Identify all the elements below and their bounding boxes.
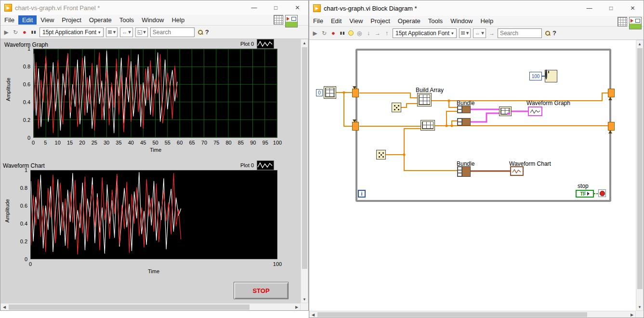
initialize-array-icon[interactable] bbox=[324, 86, 336, 99]
bundle-icon[interactable] bbox=[457, 118, 471, 126]
random-number-dice-icon[interactable] bbox=[392, 103, 401, 112]
search-input[interactable] bbox=[150, 27, 195, 37]
legend-item[interactable]: Plot 0 bbox=[240, 39, 274, 49]
plot0-line-sample-icon[interactable] bbox=[257, 160, 274, 170]
pause-button[interactable]: ▮▮ bbox=[339, 31, 346, 35]
scrollbar-thumb[interactable] bbox=[9, 305, 250, 310]
menu-edit[interactable]: Edit bbox=[327, 16, 345, 26]
pause-button[interactable]: ▮▮ bbox=[30, 30, 37, 34]
highlight-execution-icon[interactable] bbox=[348, 30, 354, 36]
vertical-scrollbar[interactable]: ▲ ▼ bbox=[301, 39, 308, 303]
shift-register-right-icon[interactable] bbox=[608, 89, 615, 97]
waveform-chart-terminal-icon[interactable] bbox=[510, 166, 524, 176]
iteration-terminal-icon[interactable]: i bbox=[358, 190, 366, 198]
bundle-icon[interactable] bbox=[457, 106, 471, 113]
abort-button[interactable]: ● bbox=[21, 28, 28, 36]
run-button[interactable]: ▶ bbox=[312, 30, 318, 37]
stop-button[interactable]: STOP bbox=[234, 282, 289, 299]
search-input[interactable] bbox=[498, 28, 542, 38]
legend-item[interactable]: Plot 0 bbox=[240, 160, 274, 170]
abort-button[interactable]: ● bbox=[330, 29, 337, 37]
scroll-down-icon[interactable]: ▼ bbox=[636, 304, 643, 310]
scroll-right-icon[interactable]: ▶ bbox=[293, 304, 300, 310]
random-number-dice-icon[interactable] bbox=[376, 150, 386, 159]
menu-project[interactable]: Project bbox=[58, 15, 85, 25]
run-continuous-button[interactable]: ↻ bbox=[321, 30, 328, 37]
connector-pane-icon[interactable] bbox=[618, 17, 627, 26]
build-array-label[interactable]: Build Array bbox=[416, 87, 444, 93]
step-over-button[interactable]: → bbox=[374, 30, 381, 37]
shift-register-left-icon[interactable] bbox=[352, 122, 359, 131]
maximize-button[interactable]: □ bbox=[600, 0, 622, 16]
menu-operate[interactable]: Operate bbox=[394, 16, 424, 26]
maximize-button[interactable]: □ bbox=[265, 0, 287, 15]
build-array-icon[interactable] bbox=[417, 93, 432, 106]
loop-condition-terminal-icon[interactable] bbox=[598, 189, 606, 197]
close-button[interactable]: ✕ bbox=[622, 0, 644, 16]
waveform-graph-terminal-icon[interactable] bbox=[528, 106, 542, 116]
menu-file[interactable]: File bbox=[309, 16, 327, 26]
step-into-button[interactable]: ↓ bbox=[365, 30, 372, 37]
scroll-down-icon[interactable]: ▼ bbox=[301, 296, 308, 303]
step-out-button[interactable]: ↑ bbox=[383, 30, 390, 37]
menu-tools[interactable]: Tools bbox=[116, 15, 138, 25]
while-loop[interactable] bbox=[355, 49, 611, 202]
font-selector[interactable]: 15pt Application Font ▾ bbox=[393, 28, 457, 38]
wait-ms-constant[interactable]: 100 bbox=[529, 72, 542, 80]
vi-icon[interactable] bbox=[629, 17, 642, 29]
stop-terminal-label[interactable]: stop bbox=[578, 183, 589, 189]
scroll-left-icon[interactable]: ◀ bbox=[310, 311, 316, 318]
menu-view[interactable]: View bbox=[345, 16, 367, 26]
menu-help[interactable]: Help bbox=[476, 16, 497, 26]
minimize-button[interactable]: — bbox=[578, 0, 600, 16]
menu-project[interactable]: Project bbox=[367, 16, 394, 26]
menu-edit[interactable]: Edit bbox=[18, 15, 37, 25]
waveform-graph-terminal-label[interactable]: Waveform Graph bbox=[526, 100, 570, 106]
menu-window[interactable]: Window bbox=[138, 15, 168, 25]
scrollbar-thumb[interactable] bbox=[302, 47, 307, 269]
horizontal-scrollbar[interactable]: ◀ ▶ bbox=[309, 311, 636, 318]
minimize-button[interactable]: — bbox=[243, 0, 265, 15]
help-button[interactable]: ? bbox=[552, 29, 556, 37]
vertical-scrollbar[interactable]: ▲ ▼ bbox=[636, 40, 644, 311]
scroll-up-icon[interactable]: ▲ bbox=[301, 40, 308, 46]
build-array-icon[interactable] bbox=[421, 120, 435, 131]
menu-window[interactable]: Window bbox=[447, 16, 476, 26]
array-size-constant[interactable]: 0 bbox=[316, 89, 323, 96]
run-continuous-button[interactable]: ↻ bbox=[12, 29, 19, 36]
horizontal-scrollbar[interactable]: ◀ ▶ bbox=[0, 303, 301, 311]
block-diagram-canvas[interactable]: 0 Build Array Bundle Waveform Graph Bund… bbox=[309, 40, 636, 311]
scroll-left-icon[interactable]: ◀ bbox=[1, 304, 8, 310]
search-icon[interactable] bbox=[198, 30, 203, 35]
menu-view[interactable]: View bbox=[37, 15, 58, 25]
front-panel-canvas[interactable]: Waveform Graph Plot 0 Plot 1 Amplitude T… bbox=[0, 39, 301, 303]
distribute-objects-button[interactable]: ⇔▾ bbox=[120, 27, 133, 37]
connector-pane-icon[interactable] bbox=[274, 15, 283, 25]
help-button[interactable]: ? bbox=[205, 28, 209, 36]
bundle-icon[interactable] bbox=[457, 166, 471, 177]
vi-icon[interactable] bbox=[285, 15, 298, 27]
shift-register-right-icon[interactable] bbox=[608, 122, 615, 131]
waveform-graph-plot-area[interactable] bbox=[33, 49, 277, 138]
build-cluster-array-icon[interactable] bbox=[499, 106, 512, 116]
distribute-objects-button[interactable]: ⇔▾ bbox=[473, 28, 486, 38]
search-icon[interactable] bbox=[545, 31, 550, 36]
retain-wire-values-button[interactable]: ◎ bbox=[356, 30, 363, 37]
menu-file[interactable]: File bbox=[0, 15, 18, 25]
scroll-up-icon[interactable]: ▲ bbox=[636, 40, 643, 47]
shift-register-left-icon[interactable] bbox=[352, 89, 359, 97]
stop-boolean-terminal-icon[interactable]: TF bbox=[576, 190, 594, 198]
scrollbar-thumb[interactable] bbox=[637, 48, 643, 289]
menu-tools[interactable]: Tools bbox=[424, 16, 447, 26]
menu-operate[interactable]: Operate bbox=[85, 15, 116, 25]
scrollbar-thumb[interactable] bbox=[317, 312, 587, 317]
clean-up-diagram-button[interactable]: → bbox=[488, 30, 495, 37]
align-objects-button[interactable]: ⊞▾ bbox=[106, 27, 118, 37]
plot0-line-sample-icon[interactable] bbox=[257, 39, 274, 49]
align-objects-button[interactable]: ⊞▾ bbox=[459, 28, 471, 38]
run-button[interactable]: ▶ bbox=[3, 29, 10, 36]
menu-help[interactable]: Help bbox=[168, 15, 188, 25]
front-panel-titlebar[interactable]: ▶ chart-vs-graph.vi Front Panel * — □ ✕ bbox=[0, 0, 308, 15]
waveform-chart-plot-area[interactable] bbox=[30, 170, 277, 259]
wait-until-next-ms-icon[interactable] bbox=[545, 70, 557, 82]
